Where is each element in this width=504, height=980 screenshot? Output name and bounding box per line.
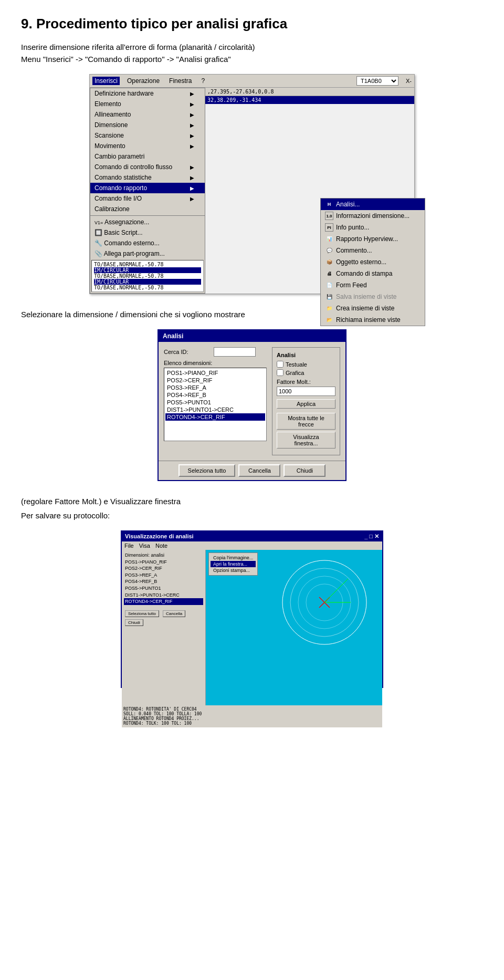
protocol-right-panel: Copia l'immagine... Apri la finestra... … [206,550,382,705]
protocol-list-item: POS5->PUNTO1 [124,585,203,592]
protocol-list-item: POS1->PIANO_RIF [124,559,203,566]
menu-file[interactable]: File [124,543,134,549]
code-line-5: TO/BASE,NORMALE,-50.78 [94,285,201,290]
analisi-dialog: Analisi Cerca ID: Elenco dimensioni: POS… [158,329,346,481]
cancella-btn[interactable]: Cancella [163,610,185,617]
separator [90,215,205,216]
menu-item-dimensione[interactable]: Dimensione ▶ [90,120,205,130]
data-line-4: ROTOND4: TOLK: 100 TOL: 100 [123,721,381,726]
submenu-oggetto[interactable]: 📦 Oggetto esterno... [321,256,425,268]
menu-item-allega[interactable]: 📎 Allega part-program... [90,248,205,259]
menu-item-scansione[interactable]: Scansione ▶ [90,130,205,141]
analisi-container: Analisi Cerca ID: Elenco dimensioni: POS… [21,329,483,481]
bottom-data: ROTOND4: ROTONDITA' DI CERC04 SOLL: 0.04… [122,705,382,727]
note-text-1: (regolare Fattore Molt.) e Visualizzare … [21,497,483,506]
crea-viste-icon: 📁 [325,304,333,312]
menu-note[interactable]: Note [155,543,167,549]
menu-item-basic[interactable]: 🔲 Basic Script... [90,227,205,238]
info-dim-icon: 1.0 [325,212,333,220]
menu-operazione[interactable]: Operazione [125,77,162,85]
menu-item-statistiche[interactable]: Comando statistiche ▶ [90,172,205,183]
protocol-buttons: Seleziona tutto Cancella Chiudi [124,609,203,627]
submenu-richiama-viste[interactable]: 📂 Richiama insieme viste [321,314,425,326]
submenu-info-punto[interactable]: PI Info punto... [321,222,425,233]
apply-button[interactable]: Applica [277,399,335,409]
protocol-content: Dimensioni: analisi POS1->PIANO_RIF POS2… [122,550,382,705]
cerca-input[interactable] [214,347,256,357]
visualizza-button[interactable]: Visualizza finestra... [277,432,335,449]
mostra-button[interactable]: Mostra tutte le frecce [277,413,335,430]
dropdown-select[interactable]: T1A0B0 [356,76,398,86]
menu-item-file-io[interactable]: Comando file I/O ▶ [90,193,205,204]
menu-item-allineamento[interactable]: Allineamento ▶ [90,109,205,120]
protocol-screenshot: Visualizzazione di analisi _ □ ✕ File Vi… [21,530,483,688]
list-item[interactable]: POS2->CER_RIF [165,377,265,384]
menu-screenshot: Inserisci Operazione Finestra ? T1A0B0 X… [21,74,483,294]
menu-item-movimento[interactable]: Movimento ▶ [90,141,205,151]
submenu-form-feed[interactable]: 📄 Form Feed [321,279,425,291]
chiudi-btn[interactable]: Chiudi [125,619,143,626]
ctx-menu-item[interactable]: Copia l'immagine... [211,555,256,561]
protocol-list: Dimensioni: analisi POS1->PIANO_RIF POS2… [124,552,203,605]
menu-item-hardware[interactable]: Definizione hardware ▶ [90,88,205,99]
seleziona-tutto-btn[interactable]: Seleziona tutto [125,610,159,617]
dialog-titlebar: Analisi [159,330,345,342]
analisi-icon: H [325,200,333,208]
menu-item-rapporto[interactable]: Comando rapporto ▶ [90,183,205,193]
menu-item-esterno[interactable]: 🔧 Comando esterno... [90,238,205,248]
menu-item-assegnazione[interactable]: V1= Assegnazione... [90,217,205,227]
primary-dropdown: Definizione hardware ▶ Elemento ▶ Alline… [90,88,205,294]
seleziona-button[interactable]: Seleziona tutto [178,464,236,477]
oggetto-icon: 📦 [325,258,333,266]
menu-item-cambio[interactable]: Cambio parametri [90,151,205,162]
hyper-icon: 📊 [325,235,333,243]
arrow-icon: ▶ [190,185,194,191]
menu-help[interactable]: ? [199,77,207,85]
arrow-icon: ▶ [190,175,194,181]
ctx-menu-item[interactable]: Opzioni stampa... [211,567,256,574]
checkbox-grafica[interactable] [277,369,284,376]
submenu-commento[interactable]: 💬 Commento... [321,245,425,256]
protocol-list-item: POS2->CER_RIF [124,565,203,572]
menu-inserisci[interactable]: Inserisci [92,77,120,85]
fattore-input[interactable] [277,387,335,396]
chiudi-button[interactable]: Chiudi [284,464,326,477]
submenu-stampa[interactable]: 🖨 Comando di stampa [321,268,425,279]
cancella-button[interactable]: Cancella [238,464,280,477]
protocol-title: Visualizzazione di analisi [125,533,194,540]
data-line-3: ALLINEAMENTO ROTOND4 PROIEZ... [123,716,381,721]
page-title: 9. Procedimento tipico per analisi grafi… [21,16,483,32]
list-item[interactable]: POS1->PIANO_RIF [165,369,265,377]
info-punto-icon: PI [325,223,333,232]
submenu-analisi[interactable]: H Analisi... [321,199,425,210]
dimensioni-list[interactable]: POS1->PIANO_RIF POS2->CER_RIF POS3->REF_… [164,368,267,441]
code-line-2: IM/CIRCULAR [94,267,201,273]
ctx-menu-item-active[interactable]: Apri la finestra... [211,561,256,567]
elenco-label: Elenco dimensioni: [164,360,267,366]
list-item[interactable]: POS3->REF_A [165,384,265,391]
x-indicator: X- [406,78,412,84]
menu-visa[interactable]: Visa [139,543,150,549]
testuale-label: Testuale [286,361,307,368]
menu-item-calibrazione[interactable]: Calibrazione [90,204,205,214]
list-item-selected[interactable]: ROTOND4->CER_RIF [165,413,265,421]
list-item[interactable]: POS5->PUNTO1 [165,399,265,406]
checkbox-testuale[interactable] [277,361,284,368]
submenu-crea-viste[interactable]: 📁 Crea insieme di viste [321,303,425,314]
protocol-list-item: DIST1->PUNTO1->CERC [124,592,203,599]
submenu-info-dim[interactable]: 1.0 Informazioni dimensione... [321,210,425,222]
menu-item-controllo[interactable]: Comando di controllo flusso ▶ [90,162,205,172]
richiama-viste-icon: 📂 [325,316,333,324]
menu-finestra[interactable]: Finestra [167,77,194,85]
protocol-window: Visualizzazione di analisi _ □ ✕ File Vi… [121,530,383,688]
protocol-list-item-selected: ROTOND4->CER_RIF [124,598,203,605]
coord-bar: ,27.395,-27.634,0,0.8 [205,88,414,96]
list-item[interactable]: POS4->REF_B [165,391,265,399]
cerca-row: Cerca ID: [164,347,267,357]
submenu-rapporto-hyper[interactable]: 📊 Rapporto Hyperview... [321,233,425,245]
list-item[interactable]: DIST1->PUNTO1->CERC [165,406,265,413]
dialog-left: Cerca ID: Elenco dimensioni: POS1->PIANO… [164,347,267,455]
context-menu: Copia l'immagine... Apri la finestra... … [208,552,258,576]
arrow-icon: ▶ [190,91,194,97]
menu-item-elemento[interactable]: Elemento ▶ [90,99,205,109]
